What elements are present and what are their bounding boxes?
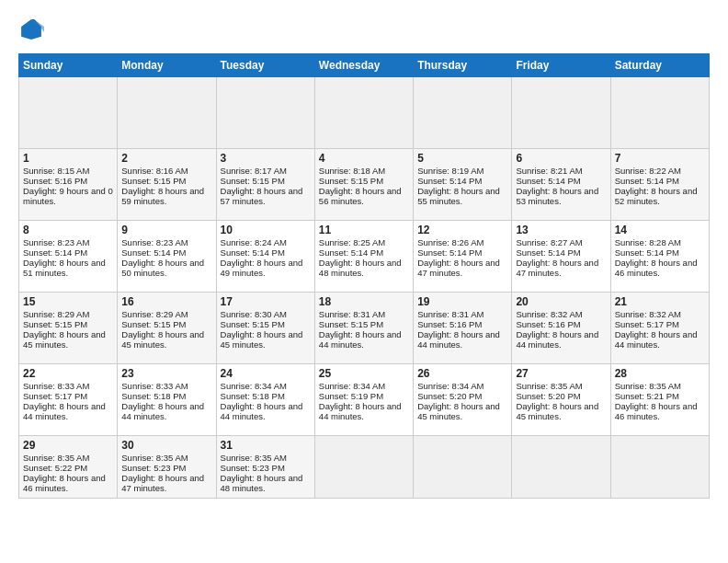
- calendar-cell: 27Sunrise: 8:35 AMSunset: 5:20 PMDayligh…: [512, 364, 610, 436]
- calendar-cell: 9Sunrise: 8:23 AMSunset: 5:14 PMDaylight…: [118, 221, 216, 293]
- calendar-cell: 24Sunrise: 8:34 AMSunset: 5:18 PMDayligh…: [216, 364, 314, 436]
- daylight-text: Daylight: 8 hours and 57 minutes.: [221, 186, 311, 206]
- sunrise-text: Sunrise: 8:32 AM: [615, 309, 705, 319]
- day-number: 16: [121, 295, 211, 308]
- calendar-cell: 18Sunrise: 8:31 AMSunset: 5:15 PMDayligh…: [314, 293, 413, 364]
- daylight-text: Daylight: 8 hours and 45 minutes.: [221, 329, 311, 350]
- calendar-cell: 28Sunrise: 8:35 AMSunset: 5:21 PMDayligh…: [610, 364, 709, 436]
- sunrise-text: Sunrise: 8:15 AM: [23, 166, 113, 176]
- daylight-text: Daylight: 8 hours and 46 minutes.: [615, 258, 705, 278]
- calendar-week-0: [19, 77, 710, 149]
- sunrise-text: Sunrise: 8:16 AM: [121, 166, 211, 176]
- calendar-cell: 1Sunrise: 8:15 AMSunset: 5:16 PMDaylight…: [19, 149, 118, 221]
- sunset-text: Sunset: 5:15 PM: [319, 176, 409, 186]
- day-number: 24: [221, 367, 311, 380]
- daylight-text: Daylight: 8 hours and 44 minutes.: [417, 329, 507, 350]
- day-number: 28: [615, 367, 705, 380]
- calendar-table: SundayMondayTuesdayWednesdayThursdayFrid…: [18, 53, 710, 499]
- logo: [18, 17, 48, 42]
- daylight-text: Daylight: 8 hours and 52 minutes.: [615, 186, 705, 206]
- calendar-cell: 22Sunrise: 8:33 AMSunset: 5:17 PMDayligh…: [19, 364, 118, 436]
- daylight-text: Daylight: 8 hours and 46 minutes.: [23, 473, 113, 493]
- sunset-text: Sunset: 5:14 PM: [615, 247, 705, 258]
- calendar-week-1: 1Sunrise: 8:15 AMSunset: 5:16 PMDaylight…: [19, 149, 710, 221]
- sunrise-text: Sunrise: 8:35 AM: [121, 453, 211, 463]
- sunrise-text: Sunrise: 8:35 AM: [23, 453, 113, 463]
- daylight-text: Daylight: 8 hours and 46 minutes.: [615, 401, 705, 421]
- day-number: 19: [417, 295, 507, 308]
- day-number: 13: [516, 224, 606, 236]
- daylight-text: Daylight: 8 hours and 44 minutes.: [319, 401, 409, 421]
- calendar-cell: [314, 77, 413, 149]
- day-number: 11: [319, 224, 409, 236]
- calendar-cell: 2Sunrise: 8:16 AMSunset: 5:15 PMDaylight…: [118, 149, 216, 221]
- sunrise-text: Sunrise: 8:30 AM: [221, 309, 311, 319]
- calendar-cell: 30Sunrise: 8:35 AMSunset: 5:23 PMDayligh…: [118, 436, 216, 499]
- day-number: 21: [615, 295, 705, 308]
- col-header-monday: Monday: [118, 54, 216, 77]
- calendar-cell: [512, 436, 610, 499]
- calendar-cell: [414, 436, 512, 499]
- day-number: 9: [121, 224, 211, 236]
- day-number: 2: [121, 152, 211, 165]
- daylight-text: Daylight: 8 hours and 44 minutes.: [23, 401, 113, 421]
- sunset-text: Sunset: 5:15 PM: [121, 176, 211, 186]
- day-number: 30: [121, 439, 211, 452]
- day-number: 10: [221, 224, 311, 236]
- calendar-cell: 26Sunrise: 8:34 AMSunset: 5:20 PMDayligh…: [414, 364, 512, 436]
- col-header-sunday: Sunday: [19, 54, 118, 77]
- calendar-cell: 20Sunrise: 8:32 AMSunset: 5:16 PMDayligh…: [512, 293, 610, 364]
- sunset-text: Sunset: 5:14 PM: [121, 247, 211, 258]
- sunset-text: Sunset: 5:15 PM: [221, 176, 311, 186]
- calendar-week-3: 15Sunrise: 8:29 AMSunset: 5:15 PMDayligh…: [19, 293, 710, 364]
- day-number: 17: [221, 295, 311, 308]
- sunrise-text: Sunrise: 8:28 AM: [615, 237, 705, 247]
- sunrise-text: Sunrise: 8:22 AM: [615, 166, 705, 176]
- calendar-cell: [19, 77, 118, 149]
- sunset-text: Sunset: 5:20 PM: [417, 391, 507, 401]
- col-header-thursday: Thursday: [414, 54, 512, 77]
- calendar-cell: [610, 436, 709, 499]
- day-number: 12: [417, 224, 507, 236]
- sunrise-text: Sunrise: 8:35 AM: [615, 381, 705, 391]
- sunset-text: Sunset: 5:18 PM: [221, 391, 311, 401]
- sunset-text: Sunset: 5:16 PM: [417, 319, 507, 329]
- sunset-text: Sunset: 5:20 PM: [516, 391, 606, 401]
- day-number: 26: [417, 367, 507, 380]
- daylight-text: Daylight: 8 hours and 56 minutes.: [319, 186, 409, 206]
- sunrise-text: Sunrise: 8:26 AM: [417, 237, 507, 247]
- calendar-cell: 17Sunrise: 8:30 AMSunset: 5:15 PMDayligh…: [216, 293, 314, 364]
- sunset-text: Sunset: 5:14 PM: [615, 176, 705, 186]
- calendar-cell: [512, 77, 610, 149]
- sunset-text: Sunset: 5:15 PM: [221, 319, 311, 329]
- calendar-cell: [216, 77, 314, 149]
- sunset-text: Sunset: 5:19 PM: [319, 391, 409, 401]
- sunrise-text: Sunrise: 8:34 AM: [221, 381, 311, 391]
- sunrise-text: Sunrise: 8:35 AM: [516, 381, 606, 391]
- sunset-text: Sunset: 5:22 PM: [23, 463, 113, 473]
- sunrise-text: Sunrise: 8:31 AM: [319, 309, 409, 319]
- daylight-text: Daylight: 8 hours and 44 minutes.: [615, 329, 705, 350]
- daylight-text: Daylight: 8 hours and 48 minutes.: [319, 258, 409, 278]
- calendar-cell: 7Sunrise: 8:22 AMSunset: 5:14 PMDaylight…: [610, 149, 709, 221]
- day-number: 4: [319, 152, 409, 165]
- calendar-cell: [118, 77, 216, 149]
- calendar-cell: 21Sunrise: 8:32 AMSunset: 5:17 PMDayligh…: [610, 293, 709, 364]
- sunrise-text: Sunrise: 8:23 AM: [121, 237, 211, 247]
- calendar-week-5: 29Sunrise: 8:35 AMSunset: 5:22 PMDayligh…: [19, 436, 710, 499]
- day-number: 29: [23, 439, 113, 452]
- col-header-wednesday: Wednesday: [314, 54, 413, 77]
- daylight-text: Daylight: 8 hours and 44 minutes.: [221, 401, 311, 421]
- daylight-text: Daylight: 8 hours and 44 minutes.: [121, 401, 211, 421]
- sunset-text: Sunset: 5:16 PM: [23, 176, 113, 186]
- sunset-text: Sunset: 5:23 PM: [221, 463, 311, 473]
- daylight-text: Daylight: 8 hours and 44 minutes.: [516, 329, 606, 350]
- sunrise-text: Sunrise: 8:31 AM: [417, 309, 507, 319]
- sunset-text: Sunset: 5:15 PM: [23, 319, 113, 329]
- calendar-cell: 16Sunrise: 8:29 AMSunset: 5:15 PMDayligh…: [118, 293, 216, 364]
- sunset-text: Sunset: 5:17 PM: [615, 319, 705, 329]
- sunrise-text: Sunrise: 8:23 AM: [23, 237, 113, 247]
- calendar-cell: 25Sunrise: 8:34 AMSunset: 5:19 PMDayligh…: [314, 364, 413, 436]
- daylight-text: Daylight: 8 hours and 55 minutes.: [417, 186, 507, 206]
- sunrise-text: Sunrise: 8:21 AM: [516, 166, 606, 176]
